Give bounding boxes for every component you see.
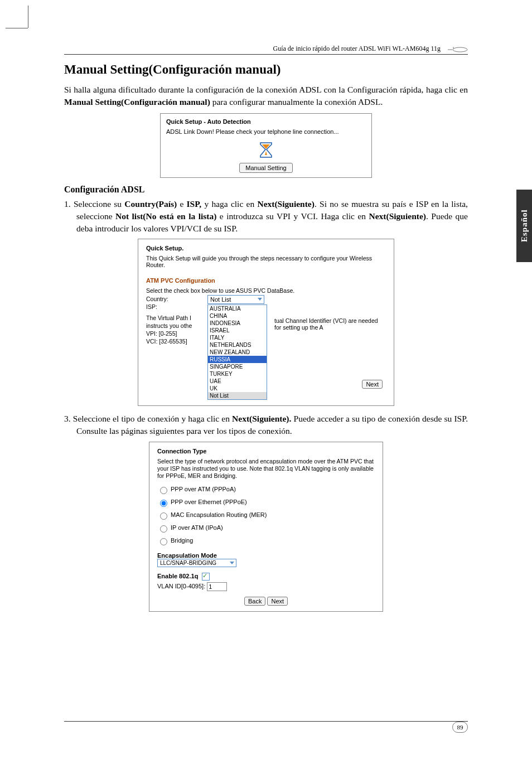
screenshot-connection-type: Connection Type Select the type of netwo…: [149, 442, 383, 612]
next-button[interactable]: Next: [362, 380, 383, 389]
section-title: Manual Setting(Configuración manual): [64, 62, 468, 77]
back-button[interactable]: Back: [244, 597, 265, 606]
isp-label: ISP:: [146, 303, 157, 310]
radio-bridging[interactable]: [160, 538, 167, 545]
country-opt[interactable]: NEW ZEALAND: [208, 349, 267, 356]
radio-pppoe[interactable]: [160, 500, 167, 507]
screenshot-quick-setup: Quick Setup. This Quick Setup will guide…: [138, 239, 394, 406]
page-content: Guía de inicio rápido del router ADSL Wi…: [33, 28, 499, 736]
svg-point-0: [453, 47, 467, 52]
encap-heading: Encapsulation Mode: [157, 552, 375, 559]
step1-a: Seleccione su: [71, 199, 125, 209]
country-opt[interactable]: UK: [208, 385, 267, 392]
page-header: Guía de inicio rápido del router ADSL Wi…: [64, 45, 468, 55]
step1-b5: Next(Siguiente): [369, 211, 426, 221]
country-opt[interactable]: ISRAEL: [208, 327, 267, 334]
step1-b3: Next(Siguiente): [257, 199, 314, 209]
vpi-label: VPI: [0-255]: [146, 330, 207, 337]
radio-ipoa[interactable]: [160, 525, 167, 533]
enable-8021q-checkbox[interactable]: [202, 573, 210, 581]
crop-mark-vertical: [28, 6, 28, 28]
vlan-id-input[interactable]: [207, 582, 227, 591]
shot2-title: Quick Setup.: [146, 245, 386, 252]
step1-c: e: [177, 199, 186, 209]
country-opt[interactable]: TURKEY: [208, 370, 267, 378]
step3-b: Next(Siguiente).: [232, 414, 291, 423]
step1-b4: Not list(No está en la lista): [115, 211, 216, 221]
step3-a: Seleccione el tipo de conexión y haga cl…: [71, 414, 232, 423]
country-opt[interactable]: Not List: [208, 392, 267, 399]
intro-paragraph: Si halla alguna dificultado durante la c…: [64, 84, 468, 108]
intro-bold: Manual Setting(Configuración manual): [64, 97, 210, 107]
country-opt[interactable]: SINGAPORE: [208, 363, 267, 370]
router-icon: [446, 46, 468, 52]
radio-mer[interactable]: [160, 512, 167, 520]
encap-dropdown[interactable]: LLC/SNAP-BRIDGING: [157, 559, 236, 567]
manual-setting-button[interactable]: Manual Setting: [239, 163, 292, 173]
country-dropdown[interactable]: Not List: [207, 295, 264, 304]
opt-ipoa: IP over ATM (IPoA): [171, 524, 223, 531]
country-opt[interactable]: AUSTRALIA: [208, 305, 267, 312]
footer-rule: [64, 721, 468, 722]
country-opt[interactable]: CHINA: [208, 312, 267, 320]
step1-b1: Country(País): [124, 199, 177, 209]
step1-b2: ISP,: [187, 199, 202, 209]
opt-bridging: Bridging: [171, 537, 193, 544]
radio-pppoa[interactable]: [160, 487, 167, 494]
shot3-title: Connection Type: [157, 448, 375, 454]
country-label: Country:: [146, 296, 168, 302]
opt-pppoe: PPP over Ethernet (PPPoE): [171, 499, 247, 505]
step3-num: 3.: [64, 414, 71, 423]
country-opt[interactable]: UAE: [208, 378, 267, 385]
country-opt[interactable]: INDONESIA: [208, 320, 267, 327]
step-1: 1. Seleccione su Country(País) e ISP, y …: [64, 198, 468, 234]
enable-8021q-label: Enable 802.1q: [157, 573, 198, 579]
intro-text-a: Si halla alguna dificultado durante la c…: [64, 85, 468, 94]
header-text: Guía de inicio rápido del router ADSL Wi…: [273, 45, 441, 52]
page-number: 89: [452, 722, 468, 733]
step1-f: e introduzca su VPI y VCI. Haga clic en: [216, 211, 369, 221]
country-opt[interactable]: NETHERLANDS: [208, 341, 267, 349]
step1-d: y haga clic en: [201, 199, 257, 209]
shot3-desc: Select the type of network protocol and …: [157, 458, 375, 480]
country-listbox[interactable]: AUSTRALIA CHINA INDONESIA ISRAEL ITALY N…: [207, 304, 267, 400]
shot1-msg: ADSL Link Down! Please check your telpho…: [166, 128, 366, 135]
screenshot-auto-detection: Quick Setup - Auto Detection ADSL Link D…: [160, 113, 372, 178]
shot2-left-col: Country: ISP: The Virtual Path I instruc…: [146, 295, 207, 400]
next-button-2[interactable]: Next: [267, 597, 288, 606]
shot2-heading: ATM PVC Configuration: [146, 277, 386, 284]
adsl-heading: Configuración ADSL: [64, 185, 468, 195]
opt-pppoa: PPP over ATM (PPPoA): [171, 486, 236, 492]
step-3: 3. Seleccione el tipo de conexión y haga…: [64, 413, 468, 437]
shot1-title: Quick Setup - Auto Detection: [166, 118, 366, 125]
hourglass-icon: [259, 142, 273, 158]
language-tab: Español: [516, 190, 532, 262]
step1-num: 1.: [64, 199, 71, 209]
vci-note: tual Channel Identifier (VCI) are needed…: [274, 317, 386, 331]
crop-mark-horizontal: [6, 28, 28, 28]
country-opt-selected[interactable]: RUSSIA: [208, 356, 267, 363]
shot2-sub: Select the check box below to use ASUS P…: [146, 287, 386, 294]
path-line2: instructs you othe: [146, 322, 207, 330]
vlan-label: VLAN ID[0-4095]:: [157, 583, 205, 589]
intro-text-c: para configurar manualmente la conexión …: [210, 97, 383, 107]
country-opt[interactable]: ITALY: [208, 334, 267, 341]
path-line1: The Virtual Path I: [146, 314, 207, 322]
vci-label: VCI: [32-65535]: [146, 337, 207, 345]
opt-mer: MAC Encapsulation Routing (MER): [171, 511, 267, 518]
shot2-intro: This Quick Setup will guide you through …: [146, 255, 386, 268]
